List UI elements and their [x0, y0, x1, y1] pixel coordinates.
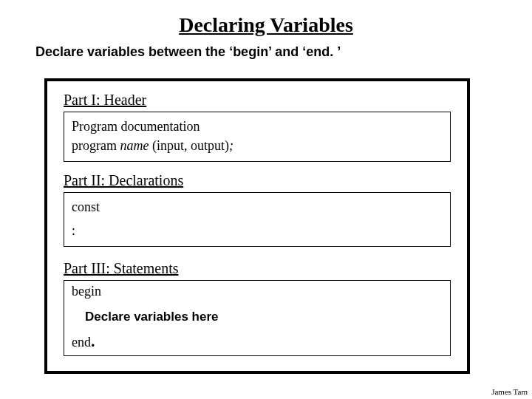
program-semicolon: ; [229, 138, 233, 153]
program-name: name [120, 138, 149, 153]
slide-title: Declaring Variables [0, 13, 532, 37]
declarations-box: const : [64, 192, 451, 247]
end-dot: . [91, 332, 95, 350]
statements-box: begin Declare variables here end. [64, 280, 451, 356]
declarations-colon: : [72, 221, 443, 240]
part-header-heading: Part I: Header [64, 92, 451, 109]
header-box: Program documentation program name (inpu… [64, 112, 451, 162]
slide-subtitle: Declare variables between the ‘begin’ an… [35, 44, 532, 60]
declare-variables-here: Declare variables here [85, 310, 443, 324]
begin-keyword: begin [72, 284, 443, 299]
part-declarations-heading: Part II: Declarations [64, 172, 451, 189]
slide: Declaring Variables Declare variables be… [0, 0, 532, 399]
program-io: (input, output) [149, 138, 229, 153]
program-keyword: program [72, 138, 120, 153]
program-decl-line: program name (input, output); [72, 136, 443, 155]
footer-author: James Tam [491, 387, 528, 396]
part-statements-heading: Part III: Statements [64, 260, 451, 277]
program-structure-box: Part I: Header Program documentation pro… [44, 78, 470, 374]
end-line: end. [72, 332, 443, 351]
const-keyword: const [72, 197, 443, 216]
program-doc-line: Program documentation [72, 117, 443, 136]
end-keyword: end [72, 335, 91, 349]
